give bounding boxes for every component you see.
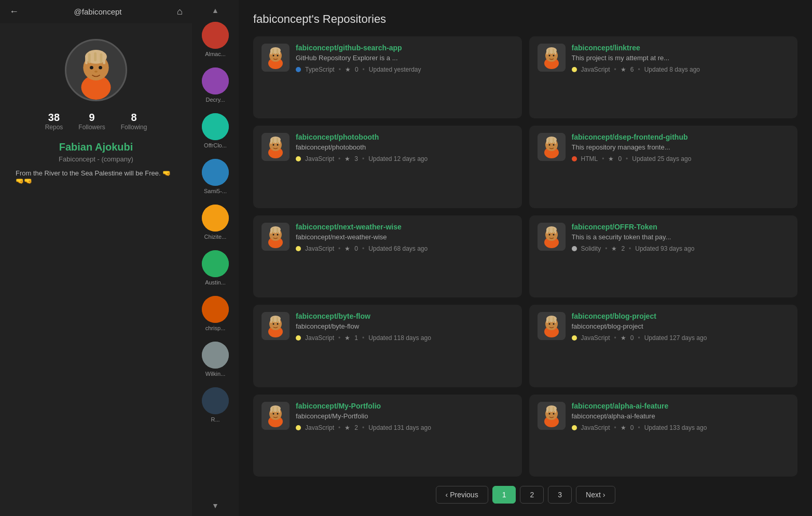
repo-updated: Updated 133 days ago xyxy=(644,424,707,431)
sidebar-item-almac[interactable]: Almac... xyxy=(192,18,239,61)
repo-stars: 3 xyxy=(354,155,358,162)
sidebar-avatar-austin xyxy=(202,250,229,277)
back-icon[interactable]: ← xyxy=(9,6,19,17)
repo-meta: Solidity • ★ 2 • Updated 93 days ago xyxy=(572,245,790,252)
repo-card[interactable]: fabiconcept/alpha-ai-feature fabiconcept… xyxy=(529,395,798,477)
svg-point-88 xyxy=(553,234,554,235)
repo-avatar xyxy=(538,44,566,72)
repo-info: fabiconcept/linktree This project is my … xyxy=(572,44,790,73)
svg-rect-27 xyxy=(270,50,272,55)
repo-updated: Updated 68 days ago xyxy=(368,245,428,252)
sidebar-avatar-decry xyxy=(202,67,229,94)
repo-stars: 6 xyxy=(630,66,634,73)
repo-info: fabiconcept/next-weather-wise fabiconcep… xyxy=(296,223,514,252)
next-label: Next xyxy=(586,491,601,499)
repo-card[interactable]: fabiconcept/OFFR-Token This is a securit… xyxy=(529,215,798,297)
svg-point-22 xyxy=(202,387,229,414)
repo-card[interactable]: fabiconcept/byte-flow fabiconcept/byte-f… xyxy=(253,305,522,387)
sidebar-item-austin[interactable]: Austin... xyxy=(192,246,239,290)
svg-rect-85 xyxy=(553,228,554,233)
svg-rect-62 xyxy=(550,138,552,143)
repo-lang: JavaScript xyxy=(305,424,334,431)
repo-card[interactable]: fabiconcept/next-weather-wise fabiconcep… xyxy=(253,215,522,297)
repo-name: fabiconcept/OFFR-Token xyxy=(572,223,790,231)
sidebar-avatar-chizite xyxy=(202,205,229,232)
repo-card[interactable]: fabiconcept/photobooth fabiconcept/photo… xyxy=(253,126,522,208)
separator: • xyxy=(338,245,340,252)
sidebar-item-chrisp[interactable]: chrisp... xyxy=(192,292,239,335)
sidebar-avatar-wilkin xyxy=(202,342,229,369)
star-icon: ★ xyxy=(621,424,626,431)
star-icon: ★ xyxy=(345,245,350,252)
separator2: • xyxy=(362,334,364,342)
repo-desc: fabiconcept/alpha-ai-feature xyxy=(572,412,790,420)
repo-info: fabiconcept/github-search-app GitHub Rep… xyxy=(296,44,514,73)
stats-row: 38 Repos 9 Followers 8 Following xyxy=(45,112,147,131)
repo-desc: fabiconcept/blog-project xyxy=(572,322,790,330)
separator: • xyxy=(602,155,604,162)
repo-stars: 0 xyxy=(354,245,358,252)
svg-rect-108 xyxy=(555,318,556,323)
svg-rect-95 xyxy=(274,317,276,322)
repo-info: fabiconcept/OFFR-Token This is a securit… xyxy=(572,223,790,252)
followers-stat: 9 Followers xyxy=(78,112,105,131)
repo-desc: fabiconcept/byte-flow xyxy=(296,322,514,330)
page-1-button[interactable]: 1 xyxy=(492,486,516,504)
svg-rect-42 xyxy=(555,50,556,55)
left-header: ← @fabiconcept ⌂ xyxy=(0,0,192,23)
svg-rect-97 xyxy=(279,318,280,323)
svg-point-55 xyxy=(277,144,279,146)
sidebar-item-sami5[interactable]: Sami5-... xyxy=(192,155,239,198)
separator2: • xyxy=(629,245,631,252)
lang-dot-icon xyxy=(572,67,577,72)
repo-meta: JavaScript • ★ 0 • Updated 68 days ago xyxy=(296,245,514,252)
repo-lang: JavaScript xyxy=(305,155,334,162)
repo-avatar xyxy=(538,133,566,161)
repo-desc: This is a security token that pay... xyxy=(572,233,790,241)
repo-card[interactable]: fabiconcept/linktree This project is my … xyxy=(529,36,798,118)
repo-desc: fabiconcept/next-weather-wise xyxy=(296,233,514,241)
star-icon: ★ xyxy=(345,424,350,431)
repo-meta: JavaScript • ★ 2 • Updated 131 days ago xyxy=(296,424,514,431)
repo-card[interactable]: fabiconcept/dsep-frontend-github This re… xyxy=(529,126,798,208)
svg-rect-63 xyxy=(553,138,554,143)
sidebar-item-offrclo[interactable]: OffrClo... xyxy=(192,109,239,153)
svg-point-131 xyxy=(548,413,550,414)
sidebar-item-decry[interactable]: Decry... xyxy=(192,63,239,107)
home-icon[interactable]: ⌂ xyxy=(177,6,183,17)
separator: • xyxy=(339,66,341,73)
svg-rect-75 xyxy=(279,229,280,234)
scroll-up-button[interactable]: ▲ xyxy=(192,3,239,18)
repo-updated: Updated 93 days ago xyxy=(635,245,694,252)
next-button[interactable]: Next › xyxy=(576,486,615,504)
svg-rect-129 xyxy=(553,407,554,412)
following-count: 8 xyxy=(131,112,136,124)
page-3-button[interactable]: 3 xyxy=(548,486,572,504)
sidebar-item-chizite[interactable]: Chizite... xyxy=(192,200,239,244)
svg-point-98 xyxy=(273,323,274,325)
user-bio: From the River to the Sea Palestine will… xyxy=(10,169,182,185)
svg-rect-53 xyxy=(279,139,280,144)
scroll-down-button[interactable]: ▼ xyxy=(192,498,239,513)
repo-avatar xyxy=(262,223,290,251)
repo-updated: Updated 118 days ago xyxy=(368,334,431,342)
previous-button[interactable]: ‹ Previous xyxy=(436,486,488,504)
sidebar-item-r[interactable]: R... xyxy=(192,383,239,427)
repo-card[interactable]: fabiconcept/blog-project fabiconcept/blo… xyxy=(529,305,798,387)
svg-rect-115 xyxy=(270,408,272,413)
repo-desc: GitHub Repository Explorer is a ... xyxy=(296,54,514,62)
svg-rect-50 xyxy=(272,138,274,143)
page-2-button[interactable]: 2 xyxy=(520,486,544,504)
repo-stars: 0 xyxy=(630,334,634,342)
svg-point-11 xyxy=(90,66,93,70)
repo-card[interactable]: fabiconcept/My-Portfolio fabiconcept/My-… xyxy=(253,395,522,477)
repo-avatar xyxy=(538,402,566,430)
repo-meta: JavaScript • ★ 6 • Updated 8 days ago xyxy=(572,66,790,73)
sidebar-item-wilkin[interactable]: Wilkin... xyxy=(192,337,239,381)
svg-point-76 xyxy=(273,234,274,235)
pagination: ‹ Previous 1 2 3 Next › xyxy=(253,477,797,504)
svg-point-12 xyxy=(99,66,102,70)
repo-desc: fabiconcept/My-Portfolio xyxy=(296,412,514,420)
sidebar-avatar-offrclo xyxy=(202,113,229,140)
repo-card[interactable]: fabiconcept/github-search-app GitHub Rep… xyxy=(253,36,522,118)
